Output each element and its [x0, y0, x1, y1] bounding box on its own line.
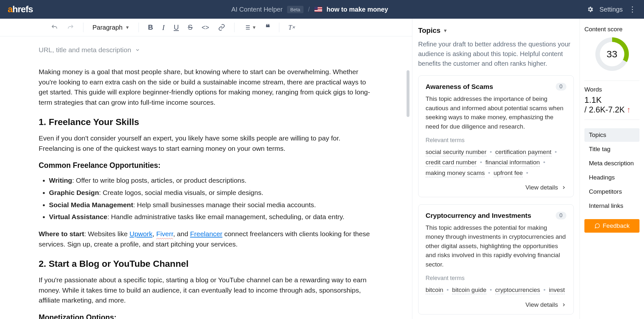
app-name: AI Content Helper: [231, 6, 283, 13]
editor-toolbar: Paragraph ▼ B I U S <> ▼ ❝ T✕: [0, 19, 412, 36]
gear-icon[interactable]: [587, 6, 594, 13]
nav-item[interactable]: Internal links: [584, 199, 639, 213]
list-item: Graphic Design: Create logos, social med…: [49, 187, 373, 199]
view-details-link[interactable]: View details: [426, 301, 566, 308]
topics-panel: Topics▼ Refine your draft to better addr…: [412, 19, 580, 319]
heading-freelance[interactable]: 1. Freelance Your Skills: [39, 117, 373, 127]
blog-paragraph[interactable]: If you're passionate about a specific to…: [39, 275, 373, 305]
freelance-list[interactable]: Writing: Offer to write blog posts, arti…: [39, 174, 373, 223]
words-label: Words: [584, 86, 639, 93]
topic-card[interactable]: Awareness of Scams 0 This topic addresse…: [418, 75, 574, 197]
link-upwork[interactable]: Upwork: [130, 230, 152, 237]
topic-card[interactable]: Cryptocurrency and Investments 0 This to…: [418, 204, 574, 314]
words-range: / 2.6K-7.2K↑: [584, 105, 639, 114]
nav-item[interactable]: Headings: [584, 171, 639, 184]
words-value: 1.1K: [584, 95, 639, 105]
code-button[interactable]: <>: [198, 21, 212, 34]
more-icon[interactable]: ⋮: [629, 5, 636, 13]
redo-button[interactable]: [64, 21, 77, 34]
bold-button[interactable]: B: [145, 21, 156, 34]
score-panel: Content score 33 Words 1.1K / 2.6K-7.2K↑…: [580, 19, 644, 319]
meta-row[interactable]: URL, title and meta description: [39, 46, 373, 54]
scrollbar[interactable]: [407, 70, 409, 117]
underline-button[interactable]: U: [170, 21, 182, 34]
subheading-monetization[interactable]: Monetization Options:: [39, 313, 373, 319]
settings-link[interactable]: Settings: [600, 6, 623, 13]
freelance-paragraph[interactable]: Even if you don't consider yourself an e…: [39, 133, 373, 153]
link-freelancer[interactable]: Freelancer: [190, 230, 222, 237]
list-item: Writing: Offer to write blog posts, arti…: [49, 174, 373, 187]
list-button[interactable]: ▼: [240, 21, 260, 34]
where-to-start[interactable]: Where to start: Websites like Upwork, Fi…: [39, 229, 373, 249]
paragraph-select[interactable]: Paragraph ▼: [89, 21, 133, 34]
count-badge: 0: [556, 212, 566, 219]
card-description: This topic addresses the potential for m…: [426, 223, 566, 269]
score-donut: 33: [595, 37, 629, 71]
terms-list: social security number • certification p…: [426, 147, 566, 178]
nav-item[interactable]: Topics: [584, 128, 639, 142]
score-label: Content score: [584, 26, 639, 33]
intro-paragraph[interactable]: Making money is a goal that most people …: [39, 67, 373, 107]
card-description: This topic addresses the importance of b…: [426, 94, 566, 131]
link-button[interactable]: [215, 21, 228, 34]
relevant-terms-label: Relevant terms: [426, 137, 566, 144]
list-item: Virtual Assistance: Handle administrativ…: [49, 211, 373, 223]
card-title: Awareness of Scams: [426, 83, 493, 91]
nav-item[interactable]: Title tag: [584, 142, 639, 156]
undo-button[interactable]: [48, 21, 61, 34]
strike-button[interactable]: S: [185, 21, 196, 34]
heading-blog[interactable]: 2. Start a Blog or YouTube Channel: [39, 259, 373, 269]
ahrefs-logo[interactable]: ahrefs: [8, 4, 33, 15]
quote-button[interactable]: ❝: [262, 20, 273, 35]
list-item: Social Media Management: Help small busi…: [49, 199, 373, 211]
feedback-button[interactable]: Feedback: [584, 219, 639, 233]
subheading-opportunities[interactable]: Common Freelance Opportunities:: [39, 161, 373, 170]
breadcrumb: AI Content Helper Beta / how to make mon…: [33, 6, 587, 13]
topics-description: Refine your draft to better address the …: [418, 39, 574, 68]
nav-item[interactable]: Competitors: [584, 185, 639, 198]
card-title: Cryptocurrency and Investments: [426, 212, 531, 219]
relevant-terms-label: Relevant terms: [426, 275, 566, 282]
clear-format-button[interactable]: T✕: [285, 21, 298, 34]
link-fiverr[interactable]: Fiverr: [156, 230, 173, 237]
separator: /: [308, 6, 310, 13]
count-badge: 0: [556, 83, 566, 91]
score-nav: TopicsTitle tagMeta descriptionHeadingsC…: [584, 128, 639, 213]
terms-list: bitcoin • bitcoin guide • cryptocurrenci…: [426, 285, 566, 295]
nav-item[interactable]: Meta description: [584, 157, 639, 170]
us-flag-icon: [314, 7, 322, 12]
up-arrow-icon: ↑: [627, 105, 631, 114]
topics-heading[interactable]: Topics▼: [418, 26, 574, 35]
beta-badge: Beta: [287, 6, 303, 13]
top-bar: ahrefs AI Content Helper Beta / how to m…: [0, 0, 644, 19]
editor-body[interactable]: URL, title and meta description Making m…: [0, 36, 412, 319]
keyword-text: how to make money: [327, 6, 388, 13]
view-details-link[interactable]: View details: [426, 184, 566, 191]
italic-button[interactable]: I: [159, 21, 168, 34]
